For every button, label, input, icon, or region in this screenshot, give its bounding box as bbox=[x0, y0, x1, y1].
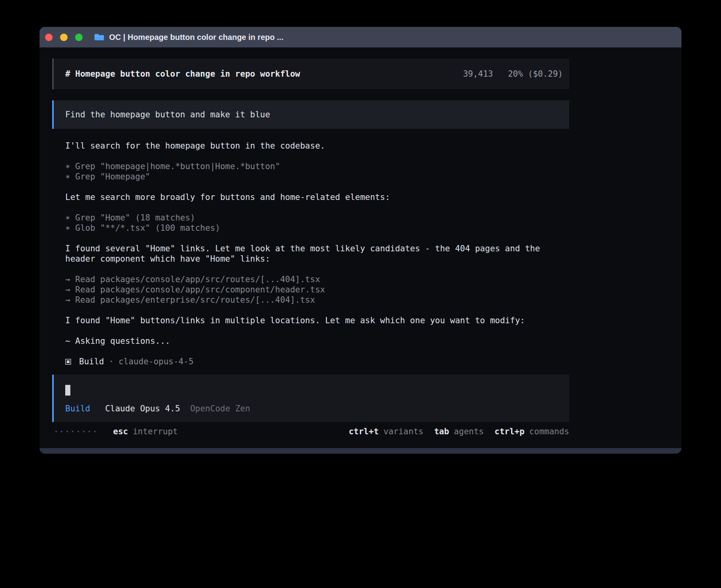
shortcut-label-interrupt: interrupt bbox=[133, 426, 178, 437]
shortcut-key: tab bbox=[434, 426, 449, 437]
shortcut-label: commands bbox=[529, 426, 569, 437]
shortcut-agents: tab agents bbox=[434, 426, 484, 437]
assistant-text: I found several "Home" links. Let me loo… bbox=[65, 243, 563, 264]
tool-call-grep: ∗ Grep "Homepage" bbox=[65, 172, 563, 182]
window-title: OC | Homepage button color change in rep… bbox=[109, 33, 283, 42]
terminal-window: OC | Homepage button color change in rep… bbox=[40, 27, 681, 454]
agent-separator: · bbox=[109, 356, 114, 367]
text-cursor bbox=[65, 385, 70, 396]
user-message-text: Find the homepage button and make it blu… bbox=[65, 109, 270, 120]
context-usage: 20% ($0.29) bbox=[508, 69, 563, 79]
terminal-content: # Homepage button color change in repo w… bbox=[40, 47, 681, 448]
tool-call-read: → Read packages/enterprise/src/routes/[.… bbox=[65, 295, 563, 305]
tool-call-read: → Read packages/console/app/src/componen… bbox=[65, 285, 563, 295]
folder-icon bbox=[94, 33, 105, 41]
tool-call-grep: ∗ Grep "homepage|home.*button|Home.*butt… bbox=[65, 161, 563, 172]
assistant-response: I'll search for the homepage button in t… bbox=[52, 141, 569, 367]
shortcut-key: ctrl+t bbox=[349, 426, 379, 437]
tool-call-grep: ∗ Grep "Home" (18 matches) bbox=[65, 213, 563, 223]
shortcut-hints: ctrl+t variants tab agents ctrl+p comman… bbox=[338, 426, 569, 437]
assistant-status: ~ Asking questions... bbox=[65, 336, 563, 346]
agent-icon bbox=[65, 359, 71, 365]
agent-model: claude-opus-4-5 bbox=[119, 356, 194, 367]
shortcut-key-esc: esc bbox=[113, 426, 128, 437]
close-button[interactable] bbox=[45, 34, 53, 41]
shortcut-label: variants bbox=[383, 426, 423, 437]
titlebar[interactable]: OC | Homepage button color change in rep… bbox=[40, 27, 681, 47]
token-count: 39,413 bbox=[463, 69, 493, 79]
minimize-button[interactable] bbox=[60, 34, 68, 41]
agent-name: Build bbox=[79, 356, 104, 367]
spinner-dots-icon bbox=[55, 431, 100, 432]
prompt-input[interactable]: Build Claude Opus 4.5 OpenCode Zen bbox=[52, 375, 569, 422]
shortcut-commands: ctrl+p commands bbox=[495, 426, 569, 437]
zoom-button[interactable] bbox=[75, 34, 83, 41]
tool-call-read: → Read packages/console/app/src/routes/[… bbox=[65, 274, 563, 285]
agent-status-row: Build · claude-opus-4-5 bbox=[52, 356, 569, 367]
status-bar: esc interrupt ctrl+t variants tab agents… bbox=[52, 426, 569, 437]
session-stats: 39,413 20% ($0.29) bbox=[463, 69, 563, 79]
shortcut-key: ctrl+p bbox=[495, 426, 525, 437]
input-agent-label[interactable]: Build bbox=[65, 404, 90, 413]
input-provider-label: OpenCode Zen bbox=[190, 404, 250, 413]
input-meta-row: Build Claude Opus 4.5 OpenCode Zen bbox=[65, 403, 563, 414]
input-model-label[interactable]: Claude Opus 4.5 bbox=[105, 404, 180, 413]
assistant-text: I'll search for the homepage button in t… bbox=[65, 141, 563, 151]
user-message: Find the homepage button and make it blu… bbox=[52, 100, 569, 129]
assistant-text: Let me search more broadly for buttons a… bbox=[65, 192, 563, 202]
session-title: # Homepage button color change in repo w… bbox=[65, 69, 300, 79]
assistant-text: I found "Home" buttons/links in multiple… bbox=[65, 315, 563, 326]
shortcut-label: agents bbox=[454, 426, 484, 437]
shortcut-variants: ctrl+t variants bbox=[349, 426, 423, 437]
tool-call-glob: ∗ Glob "**/*.tsx" (100 matches) bbox=[65, 223, 563, 233]
session-header: # Homepage button color change in repo w… bbox=[52, 58, 569, 89]
